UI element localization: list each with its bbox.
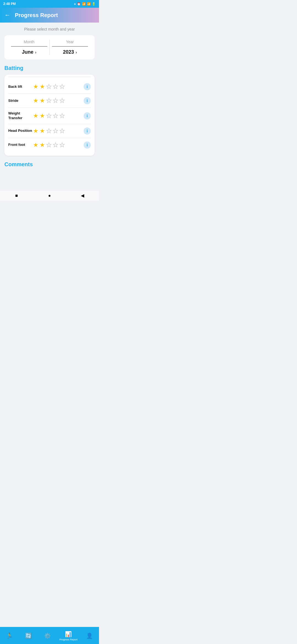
star-4[interactable]: ★ [53, 142, 58, 148]
stride-info-button[interactable]: i [84, 97, 91, 104]
front-foot-stars[interactable]: ★ ★ ★ ★ ★ [33, 142, 81, 148]
stride-label: Stride [8, 99, 33, 103]
star-5[interactable]: ★ [59, 84, 65, 90]
stride-stars[interactable]: ★ ★ ★ ★ ★ [33, 98, 81, 104]
wifi-icon: 📶 [87, 2, 91, 6]
star-2[interactable]: ★ [40, 128, 45, 134]
android-nav-bar: ■ ● ◀ [0, 191, 99, 201]
page-title: Progress Report [15, 12, 58, 18]
android-back-icon: ◀ [81, 193, 84, 198]
signal-icon: 📶 [82, 2, 86, 6]
rating-row-front-foot: Front foot ★ ★ ★ ★ ★ i [8, 138, 91, 152]
android-back-button[interactable]: ◀ [80, 193, 85, 198]
star-3[interactable]: ★ [46, 128, 52, 134]
rating-row-weight-transfer: Weight Transfer ★ ★ ★ ★ ★ i [8, 108, 91, 124]
date-selector: Month June › Year 2023 › [4, 35, 95, 59]
status-bar: 2:48 PM ⎈ ⏰ 📶 📶 🔋 [0, 0, 99, 8]
year-text: 2023 [63, 49, 74, 55]
star-5[interactable]: ★ [59, 98, 65, 104]
star-4[interactable]: ★ [53, 128, 58, 134]
star-5[interactable]: ★ [59, 113, 65, 119]
weight-transfer-info-button[interactable]: i [84, 112, 91, 119]
year-divider [52, 46, 88, 47]
weight-transfer-label: Weight Transfer [8, 111, 33, 121]
head-position-label: Head Position [8, 129, 33, 133]
rating-row-stride: Stride ★ ★ ★ ★ ★ i [8, 94, 91, 108]
star-4[interactable]: ★ [53, 84, 58, 90]
back-lift-stars[interactable]: ★ ★ ★ ★ ★ [33, 84, 81, 90]
back-lift-info-button[interactable]: i [84, 83, 91, 90]
year-value-button[interactable]: 2023 › [52, 49, 88, 55]
star-2[interactable]: ★ [40, 113, 45, 119]
star-1[interactable]: ★ [33, 142, 38, 148]
battery-icon: 🔋 [92, 2, 96, 6]
star-1[interactable]: ★ [33, 98, 38, 104]
alarm-icon: ⏰ [77, 2, 81, 6]
header: ← Progress Report [0, 8, 99, 23]
status-time: 2:48 PM [3, 2, 16, 6]
month-value-button[interactable]: June › [11, 49, 47, 55]
android-circle-button[interactable]: ● [47, 193, 52, 198]
star-5[interactable]: ★ [59, 128, 65, 134]
star-1[interactable]: ★ [33, 84, 38, 90]
month-chevron-icon: › [35, 50, 36, 54]
month-label: Month [11, 40, 47, 44]
month-column[interactable]: Month June › [9, 40, 50, 55]
rating-row-back-lift: Back lift ★ ★ ★ ★ ★ i [8, 80, 91, 94]
head-position-info-button[interactable]: i [84, 127, 91, 135]
star-2[interactable]: ★ [40, 98, 45, 104]
status-icons: ⎈ ⏰ 📶 📶 🔋 [74, 2, 96, 6]
star-4[interactable]: ★ [53, 98, 58, 104]
head-position-stars[interactable]: ★ ★ ★ ★ ★ [33, 128, 81, 134]
batting-section-title: Batting [4, 65, 95, 71]
star-2[interactable]: ★ [40, 142, 45, 148]
card-top-divider [8, 77, 91, 77]
year-label: Year [52, 40, 88, 44]
bluetooth-icon: ⎈ [74, 2, 76, 6]
back-lift-label: Back lift [8, 84, 33, 89]
front-foot-info-button[interactable]: i [84, 141, 91, 149]
star-4[interactable]: ★ [53, 113, 58, 119]
star-3[interactable]: ★ [46, 84, 52, 90]
star-5[interactable]: ★ [59, 142, 65, 148]
star-3[interactable]: ★ [46, 98, 52, 104]
star-1[interactable]: ★ [33, 128, 38, 134]
android-square-icon: ■ [15, 193, 18, 198]
front-foot-label: Front foot [8, 143, 33, 147]
month-divider [11, 46, 47, 47]
batting-card: Back lift ★ ★ ★ ★ ★ i Stride ★ ★ ★ ★ ★ i [4, 75, 95, 156]
rating-row-head-position: Head Position ★ ★ ★ ★ ★ i [8, 124, 91, 138]
subtitle: Please select month and year [4, 27, 95, 31]
year-chevron-icon: › [76, 50, 77, 54]
main-content: Please select month and year Month June … [0, 23, 99, 191]
android-square-button[interactable]: ■ [14, 193, 19, 198]
star-2[interactable]: ★ [40, 84, 45, 90]
year-column[interactable]: Year 2023 › [50, 40, 90, 55]
weight-transfer-stars[interactable]: ★ ★ ★ ★ ★ [33, 113, 81, 119]
star-3[interactable]: ★ [46, 142, 52, 148]
star-3[interactable]: ★ [46, 113, 52, 119]
month-text: June [22, 49, 33, 55]
back-button[interactable]: ← [4, 12, 10, 19]
android-circle-icon: ● [48, 193, 51, 198]
star-1[interactable]: ★ [33, 113, 38, 119]
comments-section-title: Comments [4, 161, 95, 168]
